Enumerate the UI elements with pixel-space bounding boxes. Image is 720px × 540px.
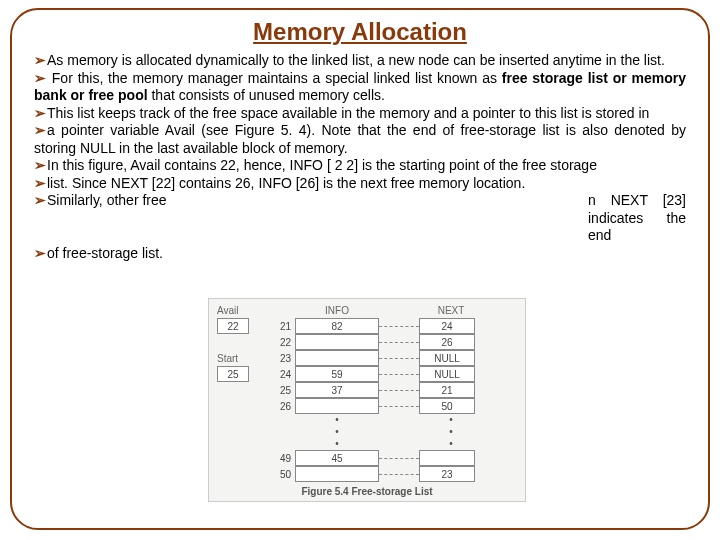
- arrow-icon: [379, 342, 419, 343]
- next-cell: 26: [419, 334, 475, 350]
- figure-ellipsis: • •: [217, 438, 517, 450]
- next-cell: 50: [419, 398, 475, 414]
- row-index: 22: [267, 337, 295, 348]
- info-cell: 59: [295, 366, 379, 382]
- arrow-icon: [379, 358, 419, 359]
- figure-header: Avail INFO NEXT: [217, 305, 517, 316]
- row-index: 24: [267, 369, 295, 380]
- bullet-2: ➢ For this, the memory manager maintains…: [34, 70, 686, 105]
- slide-body: ➢As memory is allocated dynamically to t…: [34, 52, 686, 262]
- chevron-icon: ➢: [34, 175, 47, 191]
- bullet-text: In this figure, Avail contains 22, hence…: [47, 157, 597, 173]
- arrow-icon: [379, 390, 419, 391]
- arrow-icon: [379, 458, 419, 459]
- dot-icon: •: [423, 438, 479, 450]
- bullet-5: ➢In this figure, Avail contains 22, henc…: [34, 157, 686, 175]
- figure-row: 22 26: [217, 334, 517, 350]
- info-cell: 45: [295, 450, 379, 466]
- next-cell: [419, 450, 475, 466]
- info-cell: [295, 334, 379, 350]
- dot-icon: •: [295, 426, 379, 438]
- bullet-8: ➢of free-storage list.: [34, 245, 686, 263]
- row-index: 23: [267, 353, 295, 364]
- next-cell: 24: [419, 318, 475, 334]
- chevron-icon: ➢: [34, 192, 47, 208]
- arrow-icon: [379, 326, 419, 327]
- arrow-icon: [379, 406, 419, 407]
- bullet-6: ➢list. Since NEXT [22] contains 26, INFO…: [34, 175, 686, 193]
- info-cell: [295, 398, 379, 414]
- bullet-7-right: n NEXT [23] indicates the end: [588, 192, 686, 245]
- chevron-icon: ➢: [34, 122, 47, 138]
- figure-row: Start 23 NULL: [217, 350, 517, 366]
- next-cell: 21: [419, 382, 475, 398]
- info-cell: 82: [295, 318, 379, 334]
- next-cell: NULL: [419, 366, 475, 382]
- figure-ellipsis: • •: [217, 426, 517, 438]
- avail-value: 22: [217, 318, 249, 334]
- bullet-7-row: ➢Similarly, other free n NEXT [23] indic…: [34, 192, 686, 245]
- bullet-text: Similarly, other free: [47, 192, 167, 208]
- row-index: 25: [267, 385, 295, 396]
- dot-icon: •: [295, 438, 379, 450]
- avail-label: Avail: [217, 305, 267, 316]
- chevron-icon: ➢: [34, 105, 47, 121]
- bullet-text: As memory is allocated dynamically to th…: [47, 52, 665, 68]
- bullet-text: that consists of unused memory cells.: [148, 87, 385, 103]
- figure-row: 25 24 59 NULL: [217, 366, 517, 382]
- info-cell: 37: [295, 382, 379, 398]
- chevron-icon: ➢: [34, 245, 47, 261]
- bullet-text: list. Since NEXT [22] contains 26, INFO …: [47, 175, 525, 191]
- figure-row: 49 45: [217, 450, 517, 466]
- figure-row: 25 37 21: [217, 382, 517, 398]
- bullet-text: This list keeps track of the free space …: [47, 105, 649, 121]
- row-index: 50: [267, 469, 295, 480]
- figure-row: 26 50: [217, 398, 517, 414]
- bullet-1: ➢As memory is allocated dynamically to t…: [34, 52, 686, 70]
- chevron-icon: ➢: [34, 70, 47, 86]
- dot-icon: •: [423, 414, 479, 426]
- next-cell: NULL: [419, 350, 475, 366]
- arrow-icon: [379, 474, 419, 475]
- figure-row: 50 23: [217, 466, 517, 482]
- arrow-icon: [379, 374, 419, 375]
- slide-title: Memory Allocation: [34, 18, 686, 46]
- info-header: INFO: [295, 305, 379, 316]
- bullet-7-left: ➢Similarly, other free: [34, 192, 167, 245]
- start-label: Start: [217, 353, 267, 364]
- figure-free-storage-list: Avail INFO NEXT 22 21 82 24 22 26 Start …: [208, 298, 526, 502]
- info-cell: [295, 350, 379, 366]
- slide-frame: Memory Allocation ➢As memory is allocate…: [10, 8, 710, 530]
- dot-icon: •: [295, 414, 379, 426]
- row-index: 49: [267, 453, 295, 464]
- bullet-4: ➢a pointer variable Avail (see Figure 5.…: [34, 122, 686, 157]
- chevron-icon: ➢: [34, 52, 47, 68]
- figure-caption: Figure 5.4 Free-storage List: [217, 486, 517, 497]
- next-cell: 23: [419, 466, 475, 482]
- bullet-text: of free-storage list.: [47, 245, 163, 261]
- bullet-text: a pointer variable Avail (see Figure 5. …: [34, 122, 686, 156]
- row-index: 21: [267, 321, 295, 332]
- figure-row: 22 21 82 24: [217, 318, 517, 334]
- dot-icon: •: [423, 426, 479, 438]
- start-value: 25: [217, 366, 249, 382]
- figure-ellipsis: • •: [217, 414, 517, 426]
- bullet-text: For this, the memory manager maintains a…: [47, 70, 502, 86]
- info-cell: [295, 466, 379, 482]
- row-index: 26: [267, 401, 295, 412]
- chevron-icon: ➢: [34, 157, 47, 173]
- bullet-3: ➢This list keeps track of the free space…: [34, 105, 686, 123]
- next-header: NEXT: [423, 305, 479, 316]
